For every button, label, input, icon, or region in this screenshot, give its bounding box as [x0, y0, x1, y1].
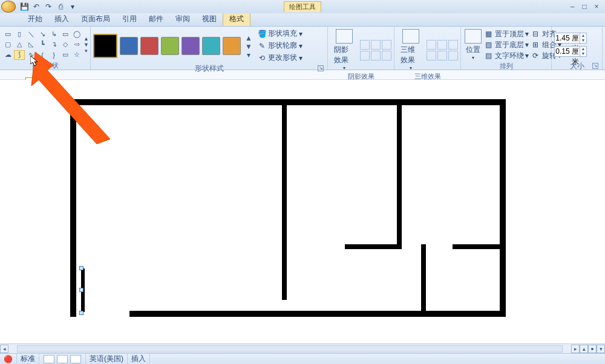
view-btn-1[interactable] [44, 355, 54, 363]
contextual-tab-label: 绘图工具 [284, 1, 321, 12]
shape-rect-icon[interactable]: ▭ [60, 30, 71, 39]
group-label: 阴影效果 [330, 72, 391, 80]
change-shape-menu[interactable]: ⟲更改形状▾ [257, 52, 304, 63]
tab-mailings[interactable]: 邮件 [143, 12, 169, 26]
next-page-button[interactable]: ▾ [597, 345, 605, 353]
qat-save-icon[interactable]: 💾 [19, 1, 30, 12]
tab-pagelayout[interactable]: 页面布局 [75, 12, 116, 26]
window-minimize-button[interactable]: – [567, 2, 577, 11]
shape-callout-icon[interactable]: ▭ [60, 50, 71, 60]
qat-undo-icon[interactable]: ↶ [31, 1, 42, 12]
scroll-track[interactable] [17, 345, 563, 353]
office-button[interactable] [1, 1, 16, 13]
swatch-3[interactable] [161, 37, 179, 55]
group-insert-shapes: ▭ ▯ ＼ ↘ ↳ ▭ ◯ ▢ △ ◺ ┗ ↴ ◇ ⇨ ☁ ⟆ ∿ { } ▭ [0, 27, 91, 70]
scroll-right-button[interactable]: ▸ [571, 345, 580, 353]
status-standard[interactable]: 标准 [17, 354, 39, 364]
shape-arc-icon[interactable]: ⟆ [14, 50, 25, 60]
tab-home[interactable]: 开始 [22, 12, 48, 26]
cursor-icon [30, 56, 39, 67]
swatch-4[interactable] [182, 37, 200, 55]
height-input[interactable]: 1.45 厘米▲▼ [554, 33, 587, 44]
shape-star-icon[interactable]: ☆ [71, 50, 82, 60]
shadow-nudge[interactable] [360, 40, 391, 60]
qat-more-icon[interactable]: ▾ [67, 1, 78, 12]
group-size: 1.45 厘米▲▼ 0.15 厘米▲▼ 大小↘ [552, 27, 603, 70]
group-arrange: 位置▾ ▦置于顶层▾ ▧置于底层▾ ▤文字环绕▾ ⊟对齐▾ ⊞组合▾ ⟳旋转▾ … [461, 27, 552, 70]
send-back-button[interactable]: ▧置于底层▾ [484, 40, 530, 50]
status-rec[interactable]: 🔴 [0, 354, 17, 364]
pen-icon: ✎ [258, 42, 266, 50]
horizontal-scrollbar[interactable]: ◂ ▸ ▴ ● ▾ [0, 343, 605, 353]
status-language[interactable]: 英语(美国) [86, 354, 128, 364]
window-maximize-button[interactable]: □ [580, 2, 589, 11]
group-label: 排列 [463, 62, 549, 70]
resize-handle[interactable] [79, 266, 83, 270]
tab-references[interactable]: 引用 [116, 12, 143, 26]
shape-triangle-icon[interactable]: △ [14, 40, 25, 50]
shadow-button[interactable]: 阴影效果▾ [330, 28, 358, 72]
style-gallery-scroll[interactable]: ▲▼▾ [244, 34, 253, 58]
browse-object-button[interactable]: ● [588, 345, 597, 353]
group-shadow: 阴影效果▾ 阴影效果 [328, 27, 394, 70]
tab-insert[interactable]: 插入 [48, 12, 75, 26]
threed-button[interactable]: 三维效果▾ [397, 28, 424, 72]
changeshape-icon: ⟲ [258, 54, 266, 62]
cube-icon [402, 29, 419, 44]
tab-review[interactable]: 审阅 [169, 12, 196, 26]
shapes-gallery[interactable]: ▭ ▯ ＼ ↘ ↳ ▭ ◯ ▢ △ ◺ ┗ ↴ ◇ ⇨ ☁ ⟆ ∿ { } ▭ [2, 30, 82, 60]
shape-arrowline-icon[interactable]: ↘ [37, 30, 48, 39]
prev-page-button[interactable]: ▴ [580, 345, 588, 353]
shadow-icon [336, 29, 353, 44]
resize-handle[interactable] [79, 311, 83, 315]
group-label: 形状样式 [195, 64, 224, 73]
shape-vtext-icon[interactable]: ▯ [14, 30, 25, 39]
shape-rtriangle-icon[interactable]: ◺ [25, 40, 36, 50]
view-btn-3[interactable] [70, 355, 81, 363]
shape-elbowarr-icon[interactable]: ↴ [48, 40, 59, 50]
shape-rbrace-icon[interactable]: } [48, 50, 59, 60]
shapes-gallery-scroll[interactable]: ▲▼▾ [83, 36, 89, 54]
swatch-5[interactable] [202, 37, 220, 55]
shape-diamond-icon[interactable]: ◇ [60, 40, 71, 50]
shape-outline-menu[interactable]: ✎形状轮廓▾ [257, 40, 304, 51]
resize-handle[interactable] [79, 288, 83, 292]
swatch-1[interactable] [120, 37, 138, 55]
dialog-launcher[interactable]: ↘ [318, 65, 324, 71]
threed-nudge[interactable] [427, 40, 458, 60]
position-button[interactable]: 位置▾ [463, 28, 483, 62]
shape-cloud-icon[interactable]: ☁ [2, 50, 13, 60]
shape-textbox-icon[interactable]: ▭ [2, 30, 13, 39]
position-icon [465, 29, 482, 44]
spinner[interactable]: ▲▼ [580, 47, 586, 56]
ribbon-tabs: 开始 插入 页面布局 引用 邮件 审阅 视图 格式 [0, 13, 605, 27]
tab-format[interactable]: 格式 [223, 11, 250, 26]
text-wrap-button[interactable]: ▤文字环绕▾ [484, 51, 530, 61]
swatch-2[interactable] [140, 37, 159, 55]
document-canvas[interactable] [0, 80, 605, 343]
swatch-6[interactable] [223, 37, 241, 55]
qat-redo-icon[interactable]: ↷ [43, 1, 54, 12]
scroll-left-button[interactable]: ◂ [0, 345, 8, 353]
status-mode[interactable]: 插入 [128, 354, 150, 364]
style-swatches[interactable]: ▲▼▾ [93, 34, 253, 58]
qat-print-icon[interactable]: ⎙ [55, 1, 66, 12]
view-btn-2[interactable] [57, 355, 68, 363]
shape-elbow-icon[interactable]: ┗ [37, 40, 48, 50]
swatch-current[interactable] [93, 34, 117, 58]
tab-view[interactable]: 视图 [196, 12, 223, 26]
status-bar: 🔴 标准 英语(美国) 插入 [0, 353, 605, 364]
window-close-button[interactable]: × [592, 2, 601, 11]
align-icon: ⊟ [532, 30, 541, 38]
group-label: 三维效果 [397, 72, 458, 80]
shape-roundrect-icon[interactable]: ▢ [2, 40, 13, 50]
dialog-launcher[interactable]: ↘ [592, 63, 598, 69]
width-input[interactable]: 0.15 厘米▲▼ [554, 46, 587, 57]
shape-oval-icon[interactable]: ◯ [71, 30, 82, 39]
shape-connector-icon[interactable]: ↳ [48, 30, 59, 39]
spinner[interactable]: ▲▼ [580, 33, 586, 43]
shape-arrow-icon[interactable]: ⇨ [71, 40, 82, 50]
bring-front-button[interactable]: ▦置于顶层▾ [484, 29, 530, 39]
shape-line-icon[interactable]: ＼ [25, 30, 36, 39]
shape-fill-menu[interactable]: 🪣形状填充▾ [257, 28, 304, 39]
